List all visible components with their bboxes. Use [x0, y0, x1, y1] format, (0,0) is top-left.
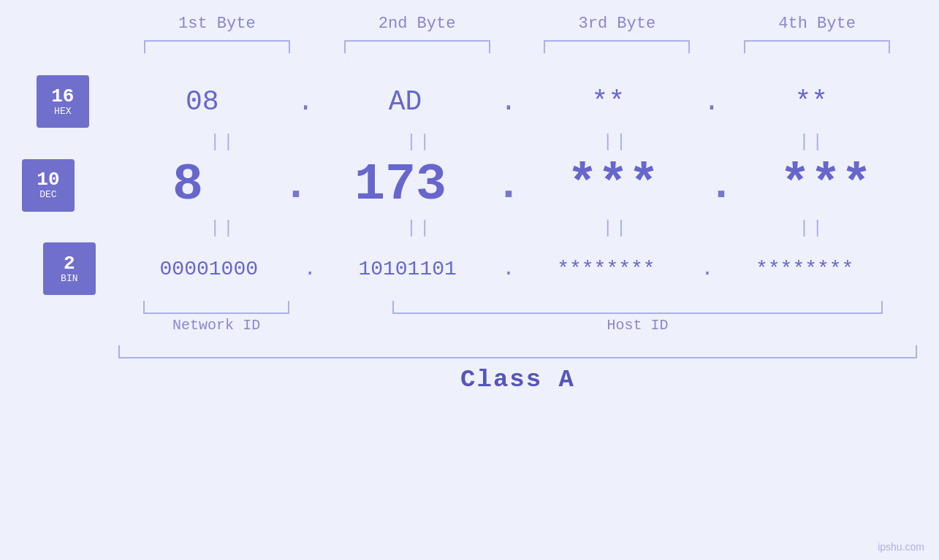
bin-b4-cell: ********	[713, 258, 896, 280]
hex-b4-value: **	[794, 86, 828, 118]
bin-badge: 2 BIN	[43, 242, 96, 295]
dec-values: 8 . 173 . *** . ***	[96, 156, 917, 214]
network-id-bracket-group: Network ID	[126, 301, 307, 334]
hex-row: 16 HEX 08 . AD . ** . **	[37, 75, 902, 128]
bracket-4	[744, 40, 890, 53]
bin-dot1: .	[304, 258, 316, 280]
network-bracket-line	[143, 301, 289, 314]
dec-dot2: .	[495, 161, 522, 210]
host-bracket-line	[392, 301, 882, 314]
hex-b2-cell: AD	[314, 86, 497, 118]
dec-badge-num: 10	[37, 170, 59, 189]
dec-dot3: .	[708, 161, 734, 210]
bin-b3-cell: ********	[514, 258, 697, 280]
bin-b4-value: ********	[756, 258, 854, 280]
bottom-bracket-container: Network ID Host ID	[118, 301, 917, 334]
hex-badge-base: HEX	[54, 106, 71, 117]
hex-dot1: .	[297, 86, 314, 118]
hex-badge: 16 HEX	[37, 75, 89, 128]
watermark: ipshu.com	[878, 541, 924, 553]
hex-b1-value: 08	[186, 86, 219, 118]
dec-dot1: .	[283, 161, 309, 210]
bin-b3-value: ********	[557, 258, 655, 280]
bin-b1-cell: 00001000	[118, 258, 300, 280]
dec-b2-value: 173	[354, 156, 446, 214]
top-brackets	[95, 40, 939, 53]
dec-b4-value: ***	[780, 156, 872, 214]
hex-dot3: .	[703, 86, 720, 118]
bracket-1	[144, 40, 290, 53]
dec-b2-cell: 173	[309, 156, 492, 214]
bin-row: 2 BIN 00001000 . 10101101 . ******** . *…	[43, 242, 896, 295]
host-id-bracket-group: Host ID	[365, 301, 910, 334]
host-id-label: Host ID	[607, 317, 669, 334]
eq2-b2: ||	[328, 214, 511, 242]
dec-b1-value: 8	[172, 156, 203, 214]
bin-b2-value: 10101101	[358, 258, 456, 280]
bin-badge-num: 2	[64, 254, 75, 273]
byte1-header: 1st Byte	[126, 15, 308, 33]
eq1-b3: ||	[525, 128, 707, 156]
byte-headers: 1st Byte 2nd Byte 3rd Byte 4th Byte	[95, 15, 939, 33]
class-bracket-line	[118, 345, 917, 358]
dec-row: 10 DEC 8 . 173 . *** . ***	[22, 156, 917, 214]
dec-badge-base: DEC	[39, 189, 56, 200]
hex-b3-value: **	[592, 86, 626, 118]
network-id-label: Network ID	[172, 317, 260, 334]
bin-dot2: .	[503, 258, 515, 280]
dec-b3-value: ***	[567, 156, 659, 214]
byte4-header: 4th Byte	[726, 15, 908, 33]
eq1-b1: ||	[132, 128, 314, 156]
eq2-b1: ||	[132, 214, 314, 242]
equals-row-2: || || || ||	[118, 214, 918, 242]
hex-values: 08 . AD . ** . **	[111, 86, 902, 118]
byte2-header: 2nd Byte	[326, 15, 509, 33]
eq1-b4: ||	[721, 128, 904, 156]
bin-b1-value: 00001000	[160, 258, 258, 280]
bin-values: 00001000 . 10101101 . ******** . *******…	[118, 258, 896, 280]
equals-row-1: || || || ||	[118, 128, 918, 156]
eq2-b3: ||	[525, 214, 707, 242]
dec-b1-cell: 8	[96, 156, 279, 214]
main-container: 1st Byte 2nd Byte 3rd Byte 4th Byte 16 H…	[0, 0, 939, 560]
hex-b1-cell: 08	[111, 86, 294, 118]
bin-badge-base: BIN	[61, 273, 77, 284]
eq1-b2: ||	[328, 128, 511, 156]
dec-b3-cell: ***	[522, 156, 704, 214]
bin-dot3: .	[701, 258, 713, 280]
bracket-2	[344, 40, 490, 53]
hex-b4-cell: **	[720, 86, 902, 118]
class-container: Class A	[118, 345, 917, 394]
class-label: Class A	[460, 366, 575, 394]
bin-b2-cell: 10101101	[316, 258, 499, 280]
bracket-3	[544, 40, 690, 53]
dec-b4-cell: ***	[734, 156, 917, 214]
byte3-header: 3rd Byte	[525, 15, 708, 33]
hex-b3-cell: **	[517, 86, 699, 118]
hex-b2-value: AD	[389, 86, 422, 118]
hex-badge-num: 16	[51, 87, 74, 106]
eq2-b4: ||	[721, 214, 904, 242]
dec-badge: 10 DEC	[22, 159, 75, 212]
hex-dot2: .	[501, 86, 517, 118]
